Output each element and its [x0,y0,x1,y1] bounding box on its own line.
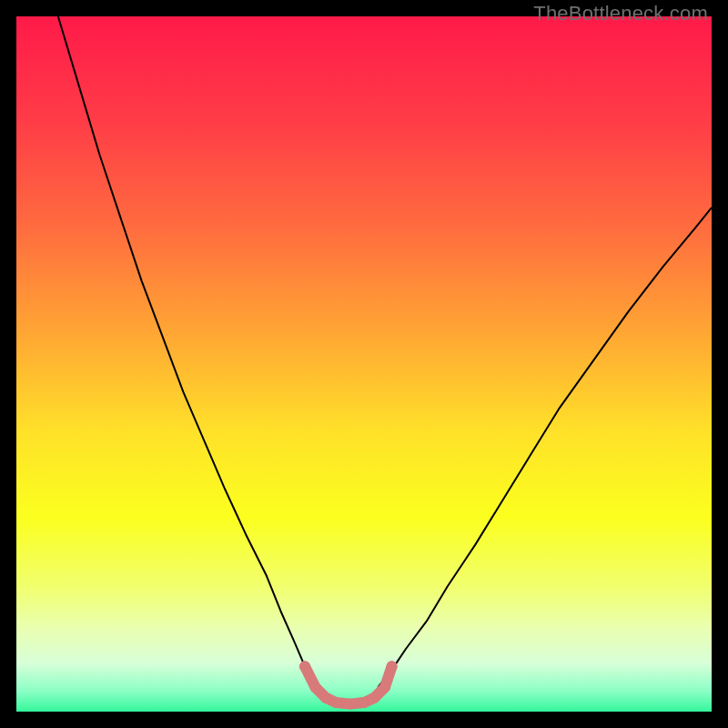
marker-bead [330,697,341,708]
marker-bead [387,661,398,672]
marker-bead [379,682,390,693]
watermark-text: TheBottleneck.com [533,2,708,25]
marker-bead [310,682,321,693]
chart-frame: TheBottleneck.com [0,0,728,728]
marker-bead [299,661,310,672]
chart-canvas [16,16,712,712]
chart-background [16,16,712,712]
marker-bead [369,693,379,703]
marker-bead [345,699,356,710]
plot-area [16,16,712,712]
marker-bead [359,697,369,708]
marker-bead [320,693,331,703]
